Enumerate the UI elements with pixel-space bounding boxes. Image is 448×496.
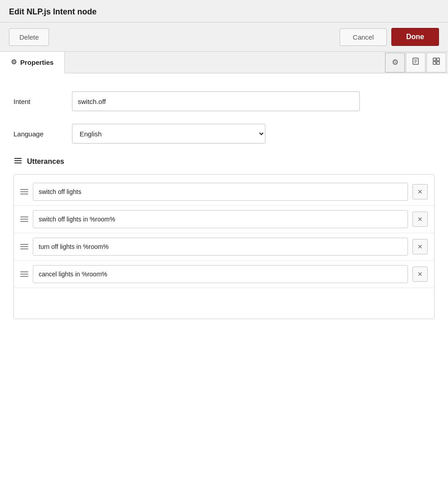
utterance-input[interactable] — [33, 265, 408, 283]
utterance-empty-row — [14, 288, 434, 315]
delete-button[interactable]: Delete — [9, 28, 49, 46]
language-row: Language English Spanish French German I… — [13, 124, 435, 144]
svg-rect-6 — [433, 62, 436, 64]
intent-label: Intent — [13, 98, 72, 105]
tab-bar: ⚙ Properties ⚙ — [0, 52, 448, 73]
content-area: Intent Language English Spanish French G… — [0, 73, 448, 496]
toolbar-right: Cancel Done — [340, 28, 439, 46]
utterance-input[interactable] — [33, 238, 408, 256]
utterances-label: Utterances — [27, 158, 64, 166]
done-button[interactable]: Done — [391, 28, 439, 46]
tab-action-grid-button[interactable] — [426, 53, 446, 72]
tab-actions: ⚙ — [385, 52, 448, 73]
tab-action-doc-button[interactable] — [406, 53, 426, 72]
tab-properties[interactable]: ⚙ Properties — [0, 52, 65, 73]
utterance-delete-button[interactable]: ✕ — [412, 266, 428, 282]
gear-icon: ⚙ — [11, 58, 17, 66]
utterance-input[interactable] — [33, 210, 408, 228]
utterance-delete-button[interactable]: ✕ — [412, 212, 428, 227]
intent-row: Intent — [13, 91, 435, 111]
close-icon: ✕ — [417, 216, 423, 223]
utterances-section-header: Utterances — [13, 156, 435, 167]
close-icon: ✕ — [417, 243, 423, 250]
close-icon: ✕ — [417, 188, 423, 195]
language-select[interactable]: English Spanish French German Italian — [72, 124, 265, 144]
utterances-list-icon — [13, 156, 22, 167]
document-icon — [412, 57, 420, 68]
tab-properties-label: Properties — [20, 59, 54, 66]
utterances-list: ✕ ✕ ✕ — [13, 174, 435, 319]
close-icon: ✕ — [417, 271, 423, 278]
settings-icon: ⚙ — [392, 58, 399, 67]
drag-handle-icon[interactable] — [20, 189, 28, 194]
dialog-title: Edit NLP.js Intent node — [9, 7, 97, 16]
utterance-input[interactable] — [33, 183, 408, 201]
tab-spacer — [65, 52, 385, 73]
utterance-row: ✕ — [14, 261, 434, 288]
utterance-row: ✕ — [14, 233, 434, 261]
svg-rect-7 — [437, 62, 439, 64]
drag-handle-icon[interactable] — [20, 216, 28, 222]
svg-rect-4 — [433, 58, 436, 61]
drag-handle-icon[interactable] — [20, 271, 28, 277]
cancel-button[interactable]: Cancel — [340, 28, 387, 46]
intent-input[interactable] — [72, 91, 360, 111]
utterance-delete-button[interactable]: ✕ — [412, 239, 428, 254]
language-label: Language — [13, 130, 72, 138]
utterance-row: ✕ — [14, 178, 434, 206]
dialog-header: Edit NLP.js Intent node — [0, 0, 448, 23]
grid-icon — [432, 57, 440, 68]
utterance-row: ✕ — [14, 206, 434, 233]
tab-action-gear-button[interactable]: ⚙ — [385, 53, 405, 72]
utterance-delete-button[interactable]: ✕ — [412, 184, 428, 199]
toolbar-left: Delete — [9, 28, 49, 46]
drag-handle-icon[interactable] — [20, 244, 28, 249]
toolbar: Delete Cancel Done — [0, 23, 448, 52]
svg-rect-5 — [437, 58, 439, 61]
